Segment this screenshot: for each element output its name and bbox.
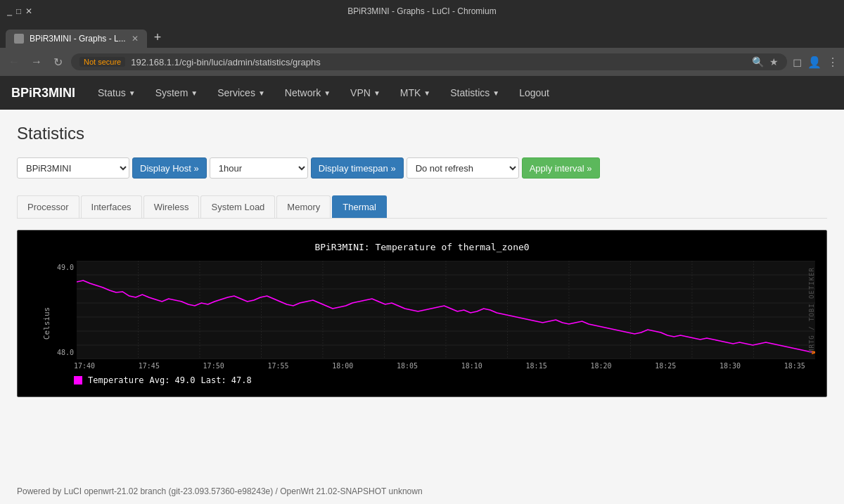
chart-right-label: MRTG / TOBI OETIKER [808,267,815,353]
chart-legend: Temperature Avg: 49.0 Last: 47.8 [74,375,815,385]
x-tick-11: 18:35 [784,362,805,370]
security-warning: Not secure [79,57,125,67]
x-tick-0: 17:40 [74,362,95,370]
url-display: 192.168.1.1/cgi-bin/luci/admin/statistic… [131,57,746,67]
x-tick-3: 17:55 [267,362,288,370]
refresh-button[interactable]: ↻ [51,53,65,72]
x-tick-2: 17:50 [203,362,224,370]
host-select[interactable]: BPiR3MINI [17,157,129,179]
tab-system-load[interactable]: System Load [200,195,275,218]
navbar-brand[interactable]: BPiR3MINI [11,86,75,101]
chevron-down-icon: ▼ [373,89,381,97]
x-tick-4: 18:00 [332,362,353,370]
footer-suffix: / OpenWrt 21.02-SNAPSHOT unknown [276,486,423,496]
maximize-icon[interactable]: □ [16,6,21,16]
chevron-down-icon: ▼ [258,89,265,97]
display-timespan-button[interactable]: Display timespan » [311,157,404,179]
tab-thermal[interactable]: Thermal [332,195,387,218]
legend-avg: Avg: 49.0 [149,375,195,385]
nav-link-system[interactable]: System ▼ [147,79,207,107]
display-host-button[interactable]: Display Host » [132,157,207,179]
chart-svg-container: MRTG / TOBI OETIKER [77,261,815,359]
refresh-select[interactable]: Do not refresh 5 seconds 15 seconds 30 s… [407,157,519,179]
chart-body: Celsius 49.0 48.0 [36,261,815,385]
apply-interval-button[interactable]: Apply interval » [522,157,600,179]
timespan-select[interactable]: 1hour 4hours 1day 1week [210,157,308,179]
nav-item-services: Services ▼ [209,79,274,107]
chevron-down-icon: ▼ [191,89,198,97]
nav-link-mtk[interactable]: MTK ▼ [392,79,439,107]
tab-processor[interactable]: Processor [17,195,79,218]
nav-item-status: Status ▼ [89,79,144,107]
nav-link-vpn[interactable]: VPN ▼ [342,79,389,107]
browser-addressbar: ← → ↻ Not secure 192.168.1.1/cgi-bin/luc… [0,48,844,76]
y-tick-high: 49.0 [57,264,74,271]
nav-link-status[interactable]: Status ▼ [89,79,144,107]
minimize-icon[interactable]: ⎯ [7,6,12,16]
nav-item-logout: Logout [511,79,558,107]
new-tab-button[interactable]: + [148,27,167,48]
footer-powered-link[interactable]: Powered by LuCI openwrt-21.02 branch (gi… [17,486,276,496]
nav-link-statistics[interactable]: Statistics ▼ [442,79,508,107]
nav-link-services[interactable]: Services ▼ [209,79,274,107]
legend-color-swatch [74,376,82,385]
chevron-down-icon: ▼ [492,89,499,97]
chevron-down-icon: ▼ [324,89,331,97]
chart-container: BPiR3MINI: Temperature of thermal_zone0 … [17,230,827,397]
browser-title: BPiR3MINI - Graphs - LuCI - Chromium [49,6,795,16]
tab-favicon [14,34,24,44]
search-icon[interactable]: 🔍 [752,56,764,67]
navbar: BPiR3MINI Status ▼ System ▼ Services ▼ [0,76,844,110]
tab-title: BPiR3MINI - Graphs - L... [30,34,126,44]
chevron-down-icon: ▼ [129,89,136,97]
browser-titlebar: ⎯ □ ✕ BPiR3MINI - Graphs - LuCI - Chromi… [0,0,844,22]
profile-icon[interactable]: 👤 [807,56,821,69]
x-tick-10: 18:30 [720,362,741,370]
address-bar[interactable]: Not secure 192.168.1.1/cgi-bin/luci/admi… [71,53,787,70]
x-tick-8: 18:20 [590,362,611,370]
close-icon[interactable]: ✕ [25,6,32,16]
addressbar-icons: 🔍 ★ [752,56,779,67]
chart-svg [77,261,815,359]
x-tick-5: 18:05 [397,362,418,370]
tab-close-button[interactable]: ✕ [132,34,139,44]
chart-right-label-container: MRTG / TOBI OETIKER [808,261,815,359]
browser-tab-active[interactable]: BPiR3MINI - Graphs - L... ✕ [6,30,147,48]
page-footer: Powered by LuCI openwrt-21.02 branch (gi… [0,475,844,504]
stats-controls: BPiR3MINI Display Host » 1hour 4hours 1d… [17,157,827,179]
nav-item-mtk: MTK ▼ [392,79,439,107]
chevron-down-icon: ▼ [423,89,430,97]
forward-button[interactable]: → [28,53,45,71]
nav-link-network[interactable]: Network ▼ [276,79,339,107]
chart-title: BPiR3MINI: Temperature of thermal_zone0 [29,242,815,252]
browser-tabs-bar: BPiR3MINI - Graphs - L... ✕ + [0,22,844,48]
x-tick-6: 18:10 [461,362,482,370]
x-tick-9: 18:25 [655,362,676,370]
main-container: Statistics BPiR3MINI Display Host » 1hou… [0,110,844,475]
page-title: Statistics [17,124,827,143]
nav-item-vpn: VPN ▼ [342,79,389,107]
legend-label: Temperature [88,375,143,385]
page-content: BPiR3MINI Status ▼ System ▼ Services ▼ [0,76,844,504]
nav-link-logout[interactable]: Logout [511,79,558,107]
menu-icon[interactable]: ⋮ [827,56,838,69]
chart-inner: 49.0 48.0 [57,261,815,359]
tab-interfaces[interactable]: Interfaces [81,195,142,218]
nav-menu: Status ▼ System ▼ Services ▼ Network [89,79,558,107]
nav-item-statistics: Statistics ▼ [442,79,508,107]
tab-wireless[interactable]: Wireless [143,195,200,218]
extensions-icon[interactable]: ◻ [793,56,802,69]
bookmark-icon[interactable]: ★ [769,56,779,67]
legend-last: Last: 47.8 [201,375,252,385]
y-tick-low: 48.0 [57,349,74,356]
x-tick-1: 17:45 [139,362,160,370]
nav-item-network: Network ▼ [276,79,339,107]
back-button[interactable]: ← [6,53,23,71]
x-axis: 17:40 17:45 17:50 17:55 18:00 18:05 18:1… [74,362,805,370]
y-ticks: 49.0 48.0 [57,261,74,359]
tabs-container: Processor Interfaces Wireless System Loa… [17,195,827,219]
nav-item-system: System ▼ [147,79,207,107]
y-axis-label: Celsius [42,306,51,339]
tab-memory[interactable]: Memory [276,195,331,218]
x-tick-7: 18:15 [526,362,547,370]
